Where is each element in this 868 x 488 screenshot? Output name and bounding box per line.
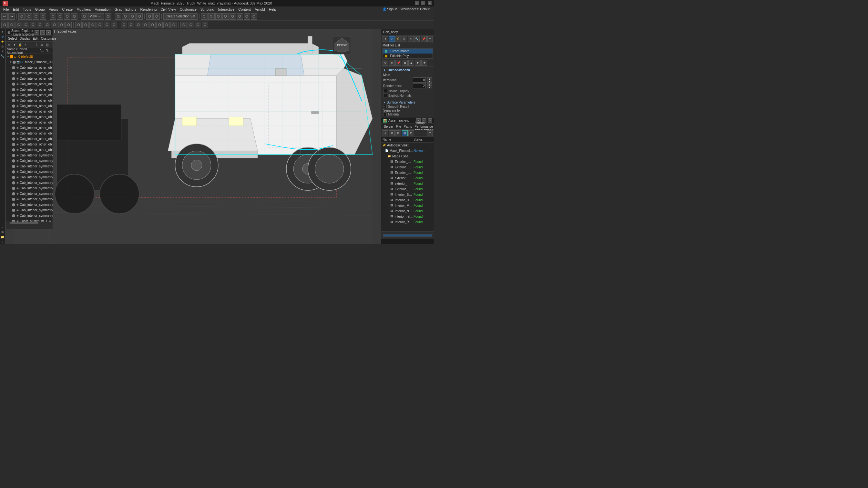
list-item[interactable]: 🖼 Interior_Illumination.png Found — [381, 197, 434, 203]
menu-edit[interactable]: Edit — [11, 6, 21, 12]
tb2-btn-10[interactable]: ⬡ — [65, 22, 72, 28]
rp-motion-icon[interactable]: ◎ — [402, 36, 407, 42]
list-item[interactable]: ◉ Cab_interior_symmetry_glass ✱ — [5, 169, 53, 174]
list-item[interactable]: 🖼 exterior_White_normal.png Found — [381, 175, 434, 181]
scene-explorer-list[interactable]: ▼ ⊡ 0 (default) ▼ 📷 ⬡ Mack_Pinnacle_2025… — [5, 54, 53, 222]
tb2-btn-21[interactable]: ⬡ — [149, 22, 156, 28]
se-options-icon[interactable]: ⋮ — [34, 42, 39, 47]
modifier-stack[interactable]: TurboSmooth Editable Poly — [382, 48, 433, 59]
scene-states-button[interactable]: ⬡ — [251, 13, 257, 20]
list-item[interactable]: ◉ Cab_interior_other_objects_interior_fl… — [5, 92, 53, 98]
place-button[interactable]: ⬡ — [71, 13, 78, 20]
color-clipboard-button[interactable]: ⬡ — [244, 13, 250, 20]
at-details-btn[interactable]: ⊟ — [396, 130, 401, 136]
visibility-icon[interactable] — [12, 176, 15, 179]
reference-coord-button[interactable]: ⬡ — [81, 13, 88, 20]
help-icon[interactable]: ? — [0, 240, 5, 244]
at-file-list[interactable]: 🔑 Autodesk Vault 📄 Mack_Pinnacle_2025_Tr… — [381, 142, 434, 231]
at-menu-server[interactable]: Server — [382, 125, 395, 128]
curve-editor-button[interactable]: ⬡ — [229, 13, 236, 20]
surface-params-title[interactable]: Surface Parameters — [383, 101, 432, 104]
modify-panel-icon[interactable]: ⚙ — [0, 34, 5, 39]
list-item[interactable]: 🖼 exterior_White_refraction.png Found — [381, 181, 434, 187]
at-help-btn[interactable]: ? — [427, 130, 433, 136]
visibility-icon[interactable] — [12, 187, 15, 190]
list-item[interactable]: ◉ Cab_interior_symmetry_grille ✱ — [5, 174, 53, 180]
list-item[interactable]: ◉ Cab_interior_other_objects_aluminum ✱ — [5, 65, 53, 70]
list-item[interactable]: ◉ Cab_interior_other_objects_cloth ✱ — [5, 70, 53, 76]
scene-explorer-window-controls[interactable]: − □ ✕ — [35, 30, 51, 35]
tb2-btn-4[interactable]: ⬡ — [23, 22, 29, 28]
at-active-btn[interactable]: ⊠ — [402, 130, 408, 136]
create-selection-set-button[interactable]: Create Selection Set — [163, 13, 197, 20]
menu-file[interactable]: File — [1, 6, 11, 12]
menu-interactive[interactable]: Interactive — [216, 6, 237, 12]
list-item[interactable]: ◉ Cab_interior_symmetry_reflection_1 ✱ — [5, 196, 53, 202]
se-lock-icon[interactable]: 🔒 — [18, 42, 23, 47]
visibility-icon[interactable] — [12, 203, 15, 206]
turbosmooth-modifier[interactable]: TurboSmooth — [383, 49, 433, 54]
list-item[interactable]: 🖼 Exterior_White_Metallic.png Found — [381, 170, 434, 175]
tb2-btn-20[interactable]: ⬡ — [142, 22, 149, 28]
menu-scripting[interactable]: Scripting — [198, 6, 216, 12]
list-item[interactable]: ◉ Cab_interior_symmetry_shadow ✱ — [5, 213, 53, 218]
list-item[interactable]: ◉ Cab_interior_symmetry_plastic_1 ✱ — [5, 180, 53, 186]
menu-rendering[interactable]: Rendering — [138, 6, 159, 12]
iterations-spinner[interactable]: ▲ ▼ — [427, 77, 432, 83]
list-item[interactable]: ◉ Cab_interior_symmetry_reflection_2 ✱ — [5, 202, 53, 207]
list-item[interactable]: 🖼 interior_refraction.png Found — [381, 214, 434, 219]
menu-animation[interactable]: Animation — [93, 6, 113, 12]
schematic-view-icon[interactable]: ⊞ — [0, 230, 5, 234]
visibility-icon[interactable] — [12, 126, 15, 130]
list-item[interactable]: 🖼 Interior_BaseColor.png Found — [381, 192, 434, 197]
smooth-result-checkbox[interactable]: ✓ — [383, 105, 387, 108]
se-filter-icon[interactable]: ▼ — [12, 42, 17, 47]
rotate-button[interactable]: ⬡ — [57, 13, 63, 20]
rp-utilities-icon[interactable]: 🔧 — [414, 36, 420, 42]
tb2-btn-18[interactable]: ⬡ — [128, 22, 134, 28]
list-item[interactable]: ◉ Cab_interior_other_objects_plastic_4 ✱ — [5, 141, 53, 147]
visibility-icon[interactable] — [12, 137, 15, 141]
list-item[interactable]: ◉ Cabin_aluminum_1 ✱ — [5, 218, 53, 222]
tb2-btn-15[interactable]: ⬡ — [104, 22, 110, 28]
hierarchy-panel-icon[interactable]: ⚡ — [0, 39, 5, 44]
list-item[interactable]: ◉ Cab_interior_symmetry_rubber ✱ — [5, 207, 53, 213]
menu-modifiers[interactable]: Modifiers — [74, 6, 93, 12]
rp-modify-icon[interactable]: ⚙ — [389, 36, 395, 42]
visibility-icon[interactable] — [12, 72, 15, 75]
visibility-icon[interactable] — [12, 83, 15, 86]
menu-graph-editors[interactable]: Graph Editors — [113, 6, 138, 12]
visibility-icon[interactable] — [12, 170, 15, 173]
display-panel-icon[interactable]: ☀ — [0, 49, 5, 54]
tb2-btn-24[interactable]: ⬡ — [170, 22, 177, 28]
tb2-btn-19[interactable]: ⬡ — [135, 22, 142, 28]
se-sort-icon[interactable]: ↕ — [28, 42, 34, 47]
maximize-button[interactable]: □ — [421, 1, 425, 5]
coord-system-dropdown[interactable]: View — [88, 13, 104, 20]
pin-stack-icon[interactable]: 📌 — [396, 60, 401, 66]
tb2-btn-28[interactable]: ⬡ — [202, 22, 208, 28]
rp-pin-icon[interactable]: 📌 — [421, 36, 427, 42]
motion-panel-icon[interactable]: ◎ — [0, 44, 5, 49]
list-item[interactable]: ◉ Cab_interior_symmetry_black_metal ✱ — [5, 164, 53, 169]
at-list-btn[interactable]: ≡ — [382, 130, 388, 136]
render-spin-down[interactable]: ▼ — [427, 86, 432, 88]
menu-group[interactable]: Group — [33, 6, 47, 12]
menu-create[interactable]: Create — [60, 6, 74, 12]
menu-help[interactable]: Help — [267, 6, 278, 12]
tb2-btn-16[interactable]: ⬡ — [111, 22, 117, 28]
list-item[interactable]: ◉ Cab_interior_other_objects_pedals ✱ — [5, 120, 53, 125]
list-item[interactable]: ◉ Cab_interior_other_objects_plastic_1 ✱ — [5, 125, 53, 131]
rp-create-icon[interactable]: ✦ — [382, 36, 388, 42]
se-menu-select[interactable]: Select — [7, 37, 19, 40]
horizontal-scrollbar[interactable] — [5, 222, 53, 224]
align-button[interactable]: ⬡ — [153, 13, 160, 20]
isoline-checkbox[interactable] — [383, 89, 387, 93]
material-editor-button[interactable]: ⬡ — [222, 13, 229, 20]
list-item[interactable]: ▼ ⊡ 0 (default) — [5, 54, 53, 59]
rp-display-icon[interactable]: ☀ — [408, 36, 413, 42]
turbosmooth-title[interactable]: TurboSmooth — [383, 68, 432, 72]
tb2-btn-8[interactable]: ⬡ — [51, 22, 58, 28]
redo-button[interactable]: ↪ — [8, 13, 15, 20]
visibility-icon[interactable] — [12, 154, 15, 157]
